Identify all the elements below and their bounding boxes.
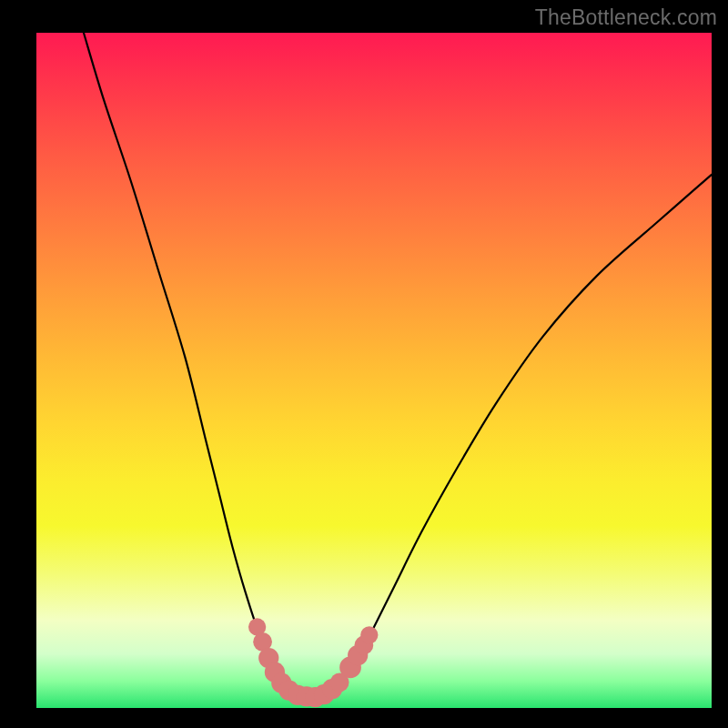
marker-group <box>248 618 378 707</box>
curve-marker <box>360 626 378 643</box>
watermark-text: TheBottleneck.com <box>535 5 717 30</box>
plot-area <box>36 33 712 708</box>
bottleneck-curve <box>84 33 712 698</box>
bottleneck-curve-svg <box>36 33 712 708</box>
chart-frame: TheBottleneck.com <box>0 0 728 728</box>
curve-group <box>84 33 712 698</box>
